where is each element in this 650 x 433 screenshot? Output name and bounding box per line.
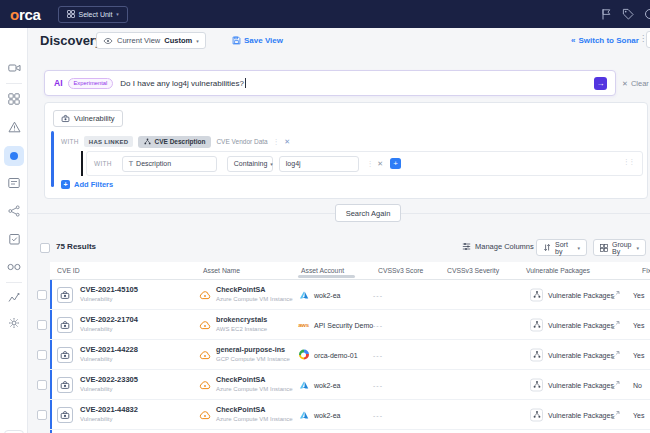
- azure-icon: [299, 380, 309, 389]
- table-row[interactable]: CVE-2022-23305 Vulnerability CheckPointS…: [50, 370, 650, 400]
- table-row[interactable]: CVE-2021-44228 Vulnerability general-pur…: [50, 340, 650, 370]
- search-again-button[interactable]: Search Again: [335, 204, 401, 222]
- ai-search-bar[interactable]: AI Experimental Do I have any log4j vuln…: [44, 70, 616, 96]
- plus-icon: +: [61, 180, 70, 189]
- add-filters-button[interactable]: + Add Filters: [61, 180, 113, 189]
- asset-name-cell[interactable]: CheckPointSA Azure Compute VM Instance: [216, 285, 293, 302]
- column-header-cvss-severity[interactable]: CVSSv3 Severity: [447, 267, 499, 274]
- row-checkbox[interactable]: [37, 320, 47, 330]
- column-header-cve-id[interactable]: CVE ID: [57, 267, 80, 274]
- chevron-down-icon: ▾: [196, 38, 199, 44]
- bell-icon[interactable]: [644, 8, 650, 20]
- asset-name-cell[interactable]: brokencrystals AWS EC2 Instance: [216, 315, 267, 332]
- vulnerable-packages-link[interactable]: Vulnerable Packages: [548, 291, 614, 298]
- row-checkbox[interactable]: [37, 410, 47, 420]
- value-input[interactable]: log4j: [279, 156, 359, 172]
- row-checkbox[interactable]: [37, 290, 47, 300]
- switch-to-sonar-link[interactable]: « Switch to Sonar: [571, 36, 639, 45]
- tag-icon[interactable]: [622, 8, 634, 20]
- vulnerable-packages-link[interactable]: Vulnerable Packages: [548, 411, 614, 418]
- packages-icon: [530, 318, 543, 331]
- manage-columns-button[interactable]: Manage Columns: [462, 242, 534, 251]
- org-unit-icon: [67, 10, 75, 18]
- asset-name-cell[interactable]: CheckPointSA Azure Compute VM Instance: [216, 405, 293, 422]
- vulnerability-icon: [57, 317, 73, 333]
- select-unit-dropdown[interactable]: Select Unit ▾: [58, 6, 128, 23]
- chevron-down-icon: ▾: [116, 11, 119, 17]
- cve-id-cell[interactable]: CVE-2021-44832 Vulnerability: [80, 405, 138, 422]
- cve-id-cell[interactable]: CVE-2021-44228 Vulnerability: [80, 345, 138, 362]
- table-row[interactable]: CVE-2021-45105 Vulnerability CheckPointS…: [50, 280, 650, 310]
- sidebar-item-discovery-active[interactable]: [4, 146, 24, 166]
- dashboard-icon[interactable]: [7, 92, 21, 106]
- vulnerability-icon: [57, 407, 73, 423]
- row-checkbox[interactable]: [37, 350, 47, 360]
- account-name-cell[interactable]: wok2-ea: [314, 381, 340, 388]
- settings-gear-icon[interactable]: [7, 316, 21, 330]
- has-linked-chip[interactable]: HAS LINKED: [84, 136, 134, 147]
- column-header-asset-name[interactable]: Asset Name: [203, 267, 240, 274]
- operator-dropdown[interactable]: Containing ▾: [227, 156, 273, 172]
- results-count: 75 Results: [56, 242, 96, 251]
- select-all-checkbox[interactable]: [40, 243, 50, 253]
- table-row[interactable]: CVE-2021-44832 Vulnerability CheckPointS…: [50, 400, 650, 430]
- account-provider-icon: aws: [298, 319, 309, 330]
- save-view-button[interactable]: Save View: [232, 36, 283, 45]
- cve-id-cell[interactable]: CVE-2021-45105 Vulnerability: [80, 285, 138, 302]
- account-name-cell[interactable]: wok2-ea: [314, 291, 340, 298]
- account-name-cell[interactable]: orca-demo-01: [314, 351, 358, 358]
- group-by-dropdown[interactable]: Group By ▾: [593, 239, 646, 256]
- remove-condition-icon[interactable]: ✕: [377, 160, 383, 168]
- packages-icon: [530, 288, 543, 301]
- chevron-down-icon: ▾: [636, 245, 639, 251]
- asset-name-cell[interactable]: CheckPointSA Azure Compute VM Instance: [216, 375, 293, 392]
- cve-vendor-data-option[interactable]: CVE Vendor Data: [216, 138, 267, 145]
- table-row[interactable]: CVE-2022-21704 Vulnerability brokencryst…: [50, 310, 650, 340]
- column-header-asset-account[interactable]: Asset Account: [301, 267, 344, 274]
- account-name-cell[interactable]: API Security Demo: [314, 321, 373, 328]
- cve-id-cell[interactable]: CVE-2022-21704 Vulnerability: [80, 315, 138, 332]
- search-box-partial[interactable]: [646, 31, 650, 48]
- remove-filter-icon[interactable]: ✕: [284, 138, 290, 146]
- cve-id-cell[interactable]: CVE-2022-23305 Vulnerability: [80, 375, 138, 392]
- cve-description-chip[interactable]: CVE Description: [138, 136, 211, 148]
- entity-chip-vulnerability[interactable]: Vulnerability: [53, 110, 123, 127]
- vulnerable-packages-link[interactable]: Vulnerable Packages: [548, 351, 614, 358]
- account-name-cell[interactable]: wok2-ea: [314, 411, 340, 418]
- field-selector[interactable]: T Description: [122, 156, 217, 172]
- asset-name-cell[interactable]: general-purpose-ins GCP Compute VM Insta…: [216, 345, 290, 362]
- column-header-cvss-score[interactable]: CVSSv3 Score: [378, 267, 423, 274]
- expand-icon[interactable]: [611, 410, 620, 419]
- sort-by-dropdown[interactable]: Sort by ▾: [536, 239, 587, 256]
- expand-icon[interactable]: [611, 380, 620, 389]
- filter-group-accent: [51, 131, 54, 187]
- add-condition-button[interactable]: +: [390, 158, 401, 169]
- shift-left-infinity-icon[interactable]: [7, 260, 21, 274]
- vulnerable-packages-link[interactable]: Vulnerable Packages: [548, 381, 614, 388]
- expand-icon[interactable]: [611, 350, 620, 359]
- expand-icon[interactable]: [611, 320, 620, 329]
- table-header: CVE ID Asset Name Asset Account CVSSv3 S…: [50, 262, 650, 280]
- horizontal-scrollbar-thumb[interactable]: [298, 275, 355, 278]
- ai-query-input[interactable]: Do I have any log4j vulnerabilities?: [120, 78, 594, 88]
- alerts-icon[interactable]: [7, 120, 21, 134]
- radar-camera-icon[interactable]: [7, 61, 21, 75]
- vulnerable-packages-link[interactable]: Vulnerable Packages: [548, 321, 614, 328]
- filter-group-row: WITH HAS LINKED CVE Description CVE Vend…: [61, 134, 290, 149]
- inventory-icon[interactable]: [7, 176, 21, 190]
- row-checkbox[interactable]: [37, 380, 47, 390]
- expand-icon[interactable]: [611, 290, 620, 299]
- compliance-icon[interactable]: [7, 232, 21, 246]
- attack-path-icon[interactable]: [7, 204, 21, 218]
- ai-submit-button[interactable]: →: [594, 77, 607, 90]
- account-provider-icon: aws: [298, 409, 309, 420]
- column-header-vulnerable-packages[interactable]: Vulnerable Packages: [526, 267, 590, 274]
- current-view-dropdown[interactable]: Current View Custom ▾: [96, 32, 206, 49]
- column-header-fix-available[interactable]: Fix Available: [642, 267, 650, 274]
- drag-handle-icon[interactable]: ⋮⋮: [623, 158, 634, 166]
- topbar-actions: [601, 0, 648, 28]
- trends-icon[interactable]: [7, 290, 21, 304]
- flag-icon[interactable]: [601, 8, 612, 20]
- clear-query-button[interactable]: ✕ Clear: [622, 79, 649, 88]
- chevron-down-icon: ▾: [270, 161, 273, 167]
